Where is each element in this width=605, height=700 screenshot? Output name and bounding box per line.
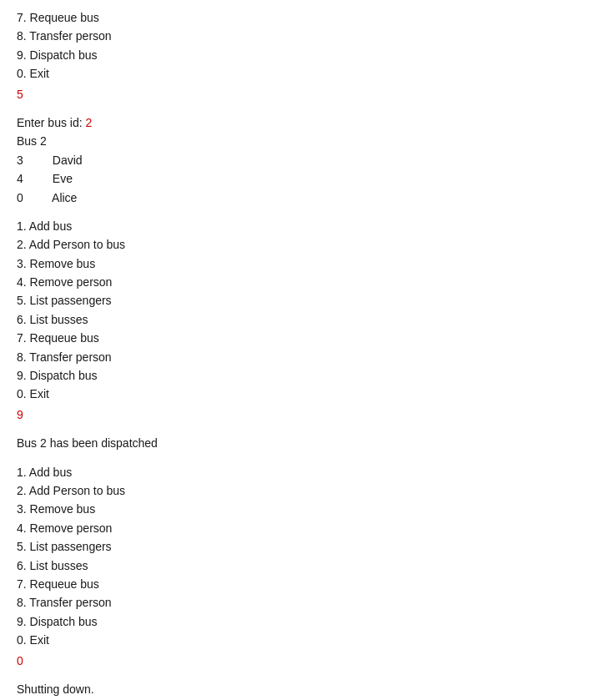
menu-item-7: 7. Requeue bus: [17, 8, 588, 27]
passenger-row-2: 4 Eve: [17, 169, 588, 188]
full-menu-2-item-8: 8. Transfer person: [17, 593, 588, 612]
full-menu-1-item-2: 2. Add Person to bus: [17, 235, 588, 254]
full-menu-1-item-7: 7. Requeue bus: [17, 329, 588, 347]
enter-bus-prompt-label: Enter bus id:: [17, 116, 83, 129]
user-input-3: 0: [17, 652, 588, 670]
full-menu-1-item-1: 1. Add bus: [17, 217, 588, 235]
passenger-spacer-3: [27, 191, 49, 204]
full-menu-2-item-2: 2. Add Person to bus: [17, 481, 588, 500]
partial-menu-top: 7. Requeue bus 8. Transfer person 9. Dis…: [17, 8, 588, 83]
full-menu-1: 1. Add bus 2. Add Person to bus 3. Remov…: [17, 217, 588, 404]
full-menu-1-item-4: 4. Remove person: [17, 273, 588, 291]
enter-bus-prompt-line: Enter bus id: 2: [17, 113, 588, 132]
passenger-name-1: David: [53, 154, 83, 167]
bus-header: Bus 2: [17, 132, 588, 150]
full-menu-1-item-0: 0. Exit: [17, 385, 588, 403]
full-menu-2-item-0: 0. Exit: [17, 631, 588, 649]
user-input-2: 9: [17, 405, 588, 424]
passenger-row-3: 0 Alice: [17, 189, 588, 207]
passenger-spacer-2: [27, 172, 49, 185]
full-menu-1-item-6: 6. List busses: [17, 310, 588, 329]
full-menu-2: 1. Add bus 2. Add Person to bus 3. Remov…: [17, 463, 588, 650]
menu-item-8: 8. Transfer person: [17, 27, 588, 45]
full-menu-1-item-5: 5. List passengers: [17, 291, 588, 310]
user-input-1: 5: [17, 85, 588, 103]
enter-bus-value: 2: [86, 116, 93, 129]
full-menu-1-item-8: 8. Transfer person: [17, 348, 588, 366]
full-menu-2-item-5: 5. List passengers: [17, 537, 588, 556]
passenger-id-1: 3: [17, 154, 23, 167]
full-menu-1-item-3: 3. Remove bus: [17, 254, 588, 273]
full-menu-2-item-1: 1. Add bus: [17, 463, 588, 481]
dispatch-message: Bus 2 has been dispatched: [17, 434, 588, 452]
full-menu-2-item-6: 6. List busses: [17, 556, 588, 575]
full-menu-2-item-9: 9. Dispatch bus: [17, 612, 588, 631]
full-menu-2-item-7: 7. Requeue bus: [17, 575, 588, 593]
full-menu-2-item-4: 4. Remove person: [17, 519, 588, 537]
passenger-name-2: Eve: [53, 172, 73, 185]
passenger-id-2: 4: [17, 172, 23, 185]
passenger-row-1: 3 David: [17, 151, 588, 169]
passenger-id-3: 0: [17, 191, 23, 204]
full-menu-1-item-9: 9. Dispatch bus: [17, 366, 588, 385]
menu-item-0: 0. Exit: [17, 64, 588, 83]
menu-item-9: 9. Dispatch bus: [17, 46, 588, 64]
passenger-name-3: Alice: [52, 191, 77, 204]
full-menu-2-item-3: 3. Remove bus: [17, 500, 588, 518]
shutdown-message: Shutting down.: [17, 680, 588, 698]
passenger-spacer-1: [27, 154, 49, 167]
